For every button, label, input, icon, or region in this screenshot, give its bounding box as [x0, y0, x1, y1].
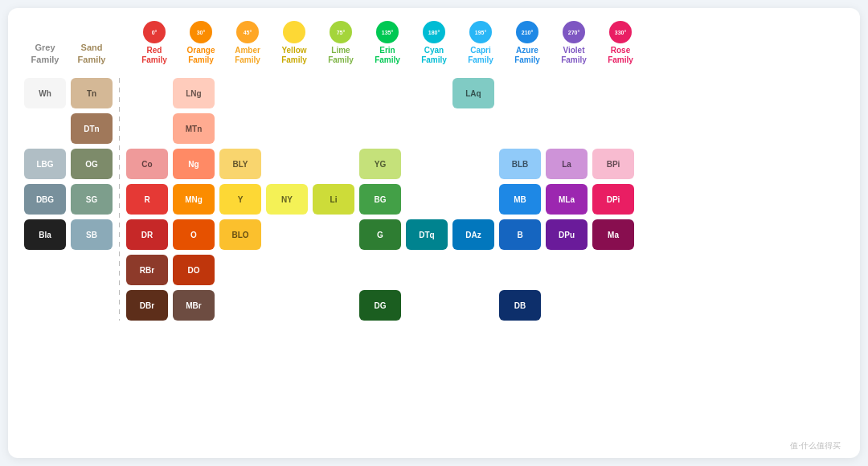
swatch-BPi[interactable]: BPi	[592, 149, 634, 179]
swatch-DTq[interactable]: DTq	[406, 219, 448, 250]
swatch-Y[interactable]: Y	[219, 184, 261, 215]
swatch-Li[interactable]: Li	[313, 184, 354, 215]
swatch-DG[interactable]: DG	[359, 290, 401, 321]
swatch-MLa[interactable]: MLa	[546, 184, 588, 215]
swatch-DPi[interactable]: DPi	[592, 184, 634, 215]
swatch-G[interactable]: G	[359, 219, 401, 250]
capri-empty-1	[452, 113, 494, 144]
rose-empty-0	[592, 78, 634, 108]
amber-empty-5	[219, 255, 261, 285]
swatch-RBr[interactable]: RBr	[126, 255, 168, 285]
family-header-azure: 210°AzureFamily	[506, 21, 548, 65]
capri-circle: 195°	[469, 21, 492, 43]
main-container: GreyFamily SandFamily 0°RedFamily30°Oran…	[8, 8, 860, 458]
swatch-La[interactable]: La	[546, 149, 588, 179]
capri-empty-2	[452, 149, 494, 179]
lime-empty-2	[313, 149, 354, 179]
lime-empty-4	[313, 219, 354, 250]
swatch-MBr[interactable]: MBr	[173, 290, 215, 321]
swatch-MTn[interactable]: MTn	[173, 113, 215, 144]
erin-empty-5	[359, 255, 401, 285]
grey-empty-6	[24, 290, 66, 321]
sand-empty-6	[71, 290, 113, 321]
yellow-swatches: NY	[266, 78, 308, 321]
violet-swatches: LaMLaDPu	[546, 78, 588, 321]
grey-swatch-DBG[interactable]: DBG	[24, 184, 66, 215]
violet-empty-1	[546, 113, 588, 144]
lime-family-label: LimeFamily	[328, 46, 354, 65]
cyan-circle: 180°	[423, 21, 445, 43]
swatch-DBr[interactable]: DBr	[126, 290, 168, 321]
swatch-O[interactable]: O	[173, 219, 215, 250]
swatch-NY[interactable]: NY	[266, 184, 308, 215]
yellow-empty-2	[266, 149, 308, 179]
family-header-amber: 45°AmberFamily	[227, 21, 268, 65]
swatch-YG[interactable]: YG	[359, 149, 401, 179]
swatch-DB[interactable]: DB	[499, 290, 541, 321]
yellow-empty-4	[266, 219, 308, 250]
red-family-label: RedFamily	[141, 46, 167, 65]
azure-circle: 210°	[516, 21, 538, 43]
swatch-BLB[interactable]: BLB	[499, 149, 541, 179]
sand-swatch-OG[interactable]: OG	[71, 149, 113, 179]
orange-circle: 30°	[190, 21, 212, 43]
erin-empty-0	[359, 78, 401, 108]
erin-empty-1	[359, 113, 401, 144]
red-circle: 0°	[143, 21, 166, 43]
capri-empty-3	[452, 184, 494, 215]
family-header-cyan: 180°CyanFamily	[413, 21, 455, 65]
yellow-family-label: YellowFamily	[281, 46, 307, 65]
swatch-Ng[interactable]: Ng	[173, 149, 215, 179]
swatch-Ma[interactable]: Ma	[592, 219, 634, 250]
sand-swatch-DTn[interactable]: DTn	[71, 113, 113, 144]
swatch-DAz[interactable]: DAz	[452, 219, 494, 250]
amber-family-label: AmberFamily	[235, 46, 260, 65]
swatch-MNg[interactable]: MNg	[173, 184, 215, 215]
sand-swatch-Tn[interactable]: Tn	[71, 78, 113, 108]
swatch-LNg[interactable]: LNg	[173, 78, 215, 108]
rose-empty-6	[592, 290, 634, 321]
swatch-MB[interactable]: MB	[499, 184, 541, 215]
red-empty-1	[126, 113, 168, 144]
cyan-empty-1	[406, 113, 448, 144]
yellow-empty-1	[266, 113, 308, 144]
swatch-DPu[interactable]: DPu	[546, 219, 588, 250]
grey-swatch-Bla[interactable]: Bla	[24, 219, 66, 250]
amber-empty-1	[219, 113, 261, 144]
swatch-BLO[interactable]: BLO	[219, 219, 261, 250]
swatch-DR[interactable]: DR	[126, 219, 168, 250]
grey-column: WhLBGDBGBla	[24, 78, 66, 321]
orange-swatches: LNgMTnNgMNgODOMBr	[173, 78, 215, 321]
rose-empty-5	[592, 255, 634, 285]
swatch-B[interactable]: B	[499, 219, 541, 250]
family-header-orange: 30°OrangeFamily	[180, 21, 222, 65]
cyan-empty-5	[406, 255, 448, 285]
azure-empty-0	[499, 78, 541, 108]
swatch-Co[interactable]: Co	[126, 149, 168, 179]
swatch-R[interactable]: R	[126, 184, 168, 215]
erin-swatches: YGBGGDG	[359, 78, 401, 321]
swatch-BLY[interactable]: BLY	[219, 149, 261, 179]
sand-swatch-SG[interactable]: SG	[71, 184, 113, 215]
azure-empty-1	[499, 113, 541, 144]
cyan-swatches: DTq	[406, 78, 448, 321]
lime-empty-1	[313, 113, 354, 144]
grey-swatch-LBG[interactable]: LBG	[24, 149, 66, 179]
violet-empty-5	[546, 255, 588, 285]
sand-swatch-SB[interactable]: SB	[71, 219, 113, 250]
violet-family-label: VioletFamily	[561, 46, 587, 65]
grey-swatch-Wh[interactable]: Wh	[24, 78, 66, 108]
rose-empty-1	[592, 113, 634, 144]
lime-empty-5	[313, 255, 354, 285]
cyan-family-label: CyanFamily	[421, 46, 447, 65]
swatch-LAq[interactable]: LAq	[452, 78, 494, 108]
swatch-DO[interactable]: DO	[173, 255, 215, 285]
violet-empty-6	[546, 290, 588, 321]
swatch-BG[interactable]: BG	[359, 184, 401, 215]
grey-empty-1	[24, 113, 66, 144]
family-header-rose: 330°RoseFamily	[600, 21, 641, 65]
violet-circle: 270°	[563, 21, 585, 43]
amber-circle: 45°	[236, 21, 259, 43]
lime-swatches: Li	[313, 78, 354, 321]
erin-family-label: ErinFamily	[375, 46, 400, 65]
